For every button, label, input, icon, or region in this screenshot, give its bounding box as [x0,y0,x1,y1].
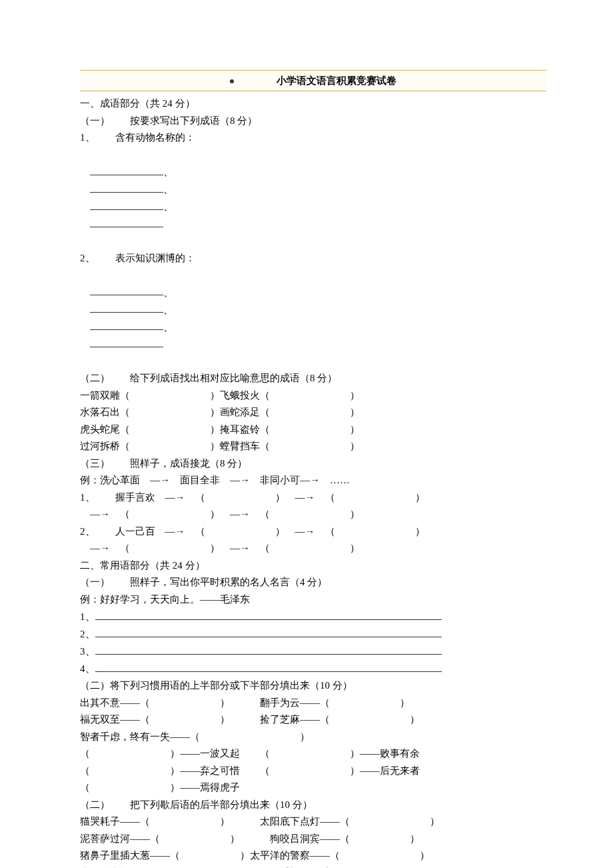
s2-p2-l2: 福无双至——（ ） 捡了芝麻——（ ） [80,711,546,729]
s1-p1-blank1: 、 、 、 [80,147,546,250]
text: ） [410,833,420,844]
text: 一箭双雕（ [80,390,130,401]
text: 2、 [80,629,95,639]
text: 泥菩萨过河——（ [80,833,160,844]
s2-p1-i2: 2、 [80,625,546,643]
page: 小学语文语言积累竞赛试卷 一、成语部分（共 24 分） （一） 按要求写出下列成… [0,0,613,868]
blank-input[interactable] [90,163,163,175]
text: ）螳臂挡车（ [210,441,270,451]
section1-heading: 一、成语部分（共 24 分） [80,95,546,113]
blank-input[interactable] [90,284,163,296]
s1-p2-l3: 虎头蛇尾（ ）掩耳盗铃（ ） [80,421,546,439]
s1-p3-i1b: ―→ （ ） ―→ （ ） [80,506,546,523]
s2-p1-i3: 3、 [80,643,546,660]
s2-p1-i1: 1、 [80,608,546,625]
s1-p3-i2b: ―→ （ ） ―→ （ ） [80,540,546,557]
text: ） [350,424,360,435]
text: ）太平洋的警察——（ [240,850,340,861]
blank-input[interactable] [90,336,163,348]
s2-p2-l4: （ ）——一波又起 （ ）——败事有余 [80,745,546,763]
s2-p1-i4: 4、 [80,660,546,677]
text: 虎头蛇尾（ [80,424,130,435]
s1-p1-item1: 1、 含有动物名称的： [80,129,546,147]
s2-p2-l3: 智者千虑，终有一失——（ ） [80,729,546,746]
text: ） [350,407,360,417]
blank-input[interactable] [95,608,442,620]
text: ）掩耳盗铃（ [210,424,270,435]
s2-p2-l5: （ ）——弃之可惜 （ ）——后无来者 [80,763,546,780]
text: ） [410,714,420,725]
text: 过河拆桥（ [80,441,130,451]
section2-heading: 二、常用语部分（共 24 分） [80,557,546,575]
s1-p3-i2a: 2、 人一己百 ―→ （ ） ―→ （ ） [80,523,546,541]
s2-p1-example: 例：好好学习，天天向上。——毛泽东 [80,591,546,609]
s2-p2-l1: 出其不意——（ ） 翻手为云——（ ） [80,695,546,712]
s2-p1-heading: （一） 照样子，写出你平时积累的名人名言（4 分） [80,574,546,591]
blank-input[interactable] [90,181,163,193]
bullet-icon [230,79,234,83]
title-row: 小学语文语言积累竞赛试卷 [80,70,546,91]
blank-input[interactable] [90,215,163,227]
s2-p3-heading: （二） 把下列歇后语的后半部分填出来（10 分） [80,797,546,814]
text: 水落石出（ [80,407,130,417]
text: ） 太阳底下点灯——（ [220,816,350,827]
s1-p3-i1a: 1、 握手言欢 ―→ （ ） ―→ （ ） [80,489,546,507]
s1-p1-blank2: 、 、 、 [80,267,546,370]
text: ） [350,441,360,451]
text: ）画蛇添足（ [210,407,270,417]
s1-p2-l4: 过河拆桥（ ）螳臂挡车（ ） [80,438,546,455]
text: 猫哭耗子——（ [80,816,150,827]
s1-p3-heading: （三） 照样子，成语接龙（8 分） [80,455,546,473]
s1-p2-l1: 一箭双雕（ ）飞蛾投火（ ） [80,387,546,405]
s2-p3-l1: 猫哭耗子——（ ） 太阳底下点灯——（ ） [80,813,546,831]
text: 出其不意——（ [80,697,150,708]
s1-p1-heading: （一） 按要求写出下列成语（8 分） [80,113,546,130]
text: 4、 [80,663,95,674]
blank-input[interactable] [90,319,163,331]
s2-p3-l4: 大姑娘上轿——（ ） 起重机吊鸡毛——（ ） [80,865,546,868]
s2-p3-l3: 猪鼻子里插大葱——（ ）太平洋的警察——（ ） [80,847,546,865]
text: ）飞蛾投火（ [210,390,270,401]
text: ） [430,816,440,827]
blank-input[interactable] [90,301,163,313]
s2-p2-heading: （二）将下列习惯用语的上半部分或下半部分填出来（10 分） [80,677,546,695]
s1-p2-heading: （二） 给下列成语找出相对应比喻意思的成语（8 分） [80,370,546,387]
text: ） [400,697,410,708]
text: ） [420,850,430,861]
blank-input[interactable] [95,660,442,672]
s1-p3-example: 例：洗心革面 ―→ 面目全非 ―→ 非同小可―→ …… [80,472,546,489]
s2-p2-l6: （ ）——焉得虎子 [80,779,546,797]
page-title: 小学语文语言积累竞赛试卷 [277,75,396,86]
text: ） [300,731,310,742]
s2-p3-l2: 泥菩萨过河——（ ） 狗咬吕洞宾——（ ） [80,831,546,848]
text: ） 狗咬吕洞宾——（ [230,833,350,844]
s1-p2-l2: 水落石出（ ）画蛇添足（ ） [80,404,546,421]
text: 3、 [80,646,95,657]
text: 猪鼻子里插大葱——（ [80,850,180,861]
blank-input[interactable] [95,625,442,637]
text: ） 捡了芝麻——（ [220,714,330,725]
text: 1、 [80,611,95,622]
s1-p1-item2: 2、 表示知识渊博的： [80,250,546,267]
text: 智者千虑，终有一失——（ [80,731,200,742]
text: ） 翻手为云——（ [220,697,330,708]
blank-input[interactable] [90,198,163,210]
text: ） [350,390,360,401]
text: 福无双至——（ [80,714,150,725]
blank-input[interactable] [95,643,442,655]
